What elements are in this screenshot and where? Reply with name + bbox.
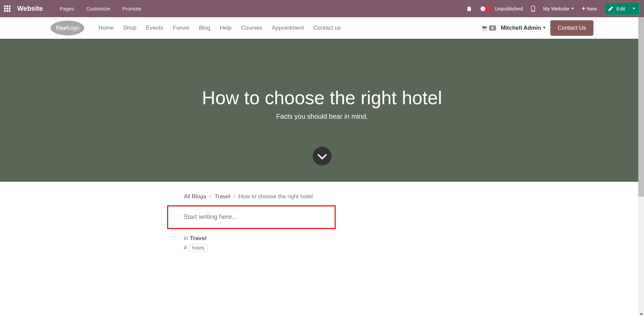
new-label: New	[587, 6, 597, 11]
nav-shop[interactable]: Shop	[119, 22, 141, 34]
publish-status-label: Unpublished	[495, 6, 523, 11]
nav-events[interactable]: Events	[142, 22, 167, 34]
edit-caret-icon	[633, 8, 635, 9]
my-website-dropdown[interactable]: My Website	[540, 6, 577, 11]
meta-in-label: in	[184, 235, 188, 241]
user-name: Mitchell Admin	[501, 25, 541, 31]
svg-point-2	[483, 30, 484, 31]
scroll-down-button[interactable]	[313, 147, 332, 166]
breadcrumb-sep: /	[210, 193, 211, 200]
caret-down-icon	[571, 8, 574, 9]
edit-button[interactable]: Edit	[604, 2, 640, 16]
tag-hotels[interactable]: hotels	[189, 244, 208, 252]
mobile-preview-icon[interactable]	[528, 6, 539, 12]
editor-placeholder[interactable]: Start writing here...	[184, 213, 319, 221]
user-caret-icon	[543, 27, 546, 29]
brand-label[interactable]: Website	[17, 5, 43, 12]
bug-icon[interactable]	[463, 6, 475, 11]
chevron-down-icon	[317, 150, 327, 160]
breadcrumb: All Blogs / Travel / How to choose the r…	[184, 193, 460, 200]
logo-text-2: Logo	[67, 25, 80, 31]
site-navbar: YourLogo Home Shop Events Forum Blog Hel…	[0, 17, 644, 39]
nav-forum[interactable]: Forum	[169, 22, 193, 34]
nav-blog[interactable]: Blog	[195, 22, 214, 34]
svg-point-1	[533, 10, 533, 11]
cart-button[interactable]: 8	[481, 25, 496, 31]
navbar-right: 8 Mitchell Admin Contact Us	[481, 20, 593, 36]
logo-oval: YourLogo	[51, 21, 84, 35]
editor-highlight-box: Start writing here...	[167, 205, 336, 229]
new-button[interactable]: New	[579, 5, 601, 12]
topbar-promote[interactable]: Promote	[118, 6, 146, 11]
my-website-label: My Website	[543, 6, 570, 11]
edit-label: Edit	[616, 6, 625, 11]
hero-banner: How to choose the right hotel Facts you …	[0, 39, 644, 182]
nav-help[interactable]: Help	[216, 22, 236, 34]
apps-icon[interactable]	[4, 5, 10, 12]
meta-category-link[interactable]: Travel	[190, 235, 206, 241]
nav-list: Home Shop Events Forum Blog Help Courses…	[94, 22, 345, 34]
nav-home[interactable]: Home	[94, 22, 118, 34]
topbar-left: Website Pages Customize Promote	[4, 5, 146, 12]
topbar-right: Unpublished My Website New Edit	[463, 2, 640, 16]
contact-us-button[interactable]: Contact Us	[550, 20, 593, 36]
toggle-switch[interactable]	[480, 6, 491, 12]
breadcrumb-all-blogs[interactable]: All Blogs	[184, 193, 206, 200]
hero-title: How to choose the right hotel	[202, 87, 442, 109]
scroll-thumb[interactable]	[638, 17, 644, 197]
pencil-icon	[608, 6, 613, 11]
nav-appointment[interactable]: Appointment	[268, 22, 308, 34]
content-area: All Blogs / Travel / How to choose the r…	[184, 182, 460, 263]
topbar-customize[interactable]: Customize	[82, 6, 115, 11]
topbar-pages[interactable]: Pages	[55, 6, 79, 11]
hero-subtitle: Facts you should bear in mind.	[276, 113, 368, 120]
admin-topbar: Website Pages Customize Promote Unpublis…	[0, 0, 644, 17]
site-logo[interactable]: YourLogo	[51, 21, 84, 35]
svg-point-3	[485, 30, 486, 31]
cart-icon	[481, 25, 488, 31]
scrollbar[interactable]	[638, 17, 644, 263]
cart-count: 8	[489, 25, 496, 31]
nav-contact[interactable]: Contact us	[309, 22, 345, 34]
logo-text-1: Your	[55, 25, 67, 31]
breadcrumb-current: How to choose the right hotel	[239, 193, 313, 200]
user-dropdown[interactable]: Mitchell Admin	[501, 25, 546, 31]
breadcrumb-category[interactable]: Travel	[214, 193, 230, 200]
publish-toggle[interactable]: Unpublished	[477, 6, 526, 12]
post-meta: in Travel	[184, 235, 460, 242]
nav-courses[interactable]: Courses	[237, 22, 266, 34]
tags-row: # hotels	[184, 244, 460, 252]
hash-icon: #	[184, 245, 187, 251]
breadcrumb-sep: /	[234, 193, 235, 200]
